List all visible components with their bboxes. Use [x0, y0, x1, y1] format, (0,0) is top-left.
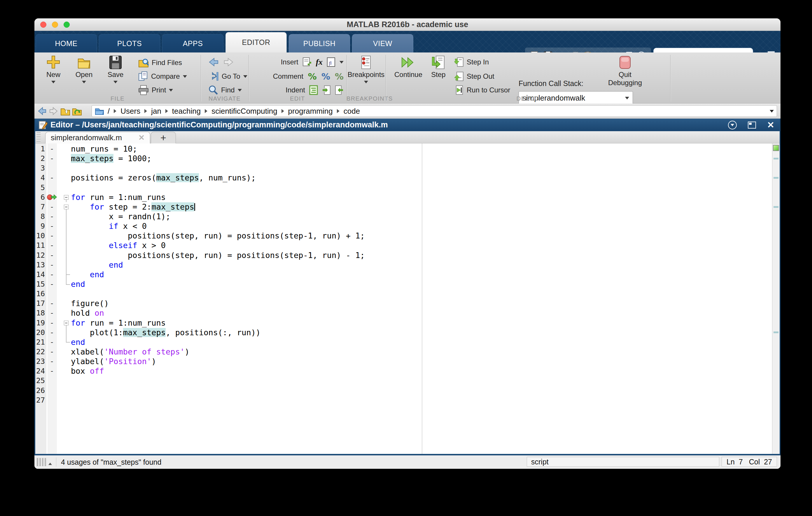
highlight-usage-mark[interactable]	[774, 158, 779, 159]
code-text[interactable]: elseif x > 0	[71, 241, 166, 250]
navigate-back-button[interactable]	[208, 57, 219, 67]
executable-line-dash[interactable]: -	[47, 357, 57, 366]
indent-right-icon[interactable]	[322, 85, 331, 95]
code-editor[interactable]: 1-num_runs = 10;2-max_steps = 1000;34-po…	[35, 144, 780, 454]
quit-debugging-button[interactable]: Quit Debugging	[603, 55, 647, 87]
code-text[interactable]: ylabel('Position')	[71, 357, 156, 366]
code-text[interactable]: max_steps = 1000;	[71, 154, 151, 163]
code-line[interactable]: 5	[35, 183, 772, 192]
navigate-forward-button[interactable]	[224, 57, 234, 67]
folder-back-button[interactable]	[36, 105, 48, 117]
save-button[interactable]: Save	[101, 55, 130, 83]
step-button[interactable]: Step	[425, 55, 452, 79]
breakpoints-button[interactable]: Breakpoints	[347, 55, 385, 83]
code-line[interactable]: 10- positions(step, run) = positions(ste…	[35, 231, 772, 241]
code-line[interactable]: 8- x = randn(1);	[35, 212, 772, 221]
code-text[interactable]: for step = 2:max_steps	[71, 202, 195, 212]
find-button[interactable]: Find	[208, 84, 242, 96]
executable-line-dash[interactable]: -	[47, 221, 57, 231]
executable-line-dash[interactable]: -	[47, 154, 57, 163]
executable-line-dash[interactable]: -	[47, 144, 57, 154]
breadcrumb-item[interactable]: code	[344, 107, 360, 116]
uncomment-icon[interactable]: %	[335, 71, 344, 82]
breakpoint-marker[interactable]	[47, 194, 57, 200]
code-line[interactable]: 17-figure()	[35, 299, 772, 308]
code-fold-icon[interactable]	[64, 205, 68, 209]
code-line[interactable]: 20- plot(1:max_steps, positions(:, run))	[35, 328, 772, 337]
code-line[interactable]: 18-hold on	[35, 308, 772, 318]
code-line[interactable]: 22-xlabel('Number of steps')	[35, 347, 772, 357]
code-text[interactable]: hold on	[71, 308, 104, 318]
close-panel-icon[interactable]: ✕	[767, 121, 774, 129]
executable-line-dash[interactable]: -	[47, 366, 57, 376]
executable-line-dash[interactable]: -	[47, 318, 57, 328]
code-line[interactable]: 27	[35, 395, 772, 405]
code-text[interactable]: positions(step, run) = positions(step-1,…	[71, 231, 365, 241]
step-out-button[interactable]: Step Out	[455, 70, 494, 83]
code-line[interactable]: 6for run = 1:num_runs	[35, 192, 772, 202]
ribbon-tab-editor[interactable]: EDITOR	[226, 32, 287, 53]
code-text[interactable]: num_runs = 10;	[71, 144, 137, 154]
code-line[interactable]: 2-max_steps = 1000;	[35, 154, 772, 163]
ribbon-tab-view[interactable]: VIEW	[352, 34, 413, 53]
print-button[interactable]: Print	[138, 84, 173, 96]
ribbon-tab-apps[interactable]: APPS	[162, 34, 224, 53]
new-tab-button[interactable]: +	[151, 132, 176, 144]
step-in-button[interactable]: Step In	[455, 56, 489, 68]
code-line[interactable]: 15-end	[35, 279, 772, 289]
code-line[interactable]: 7- for step = 2:max_steps	[35, 202, 772, 212]
breadcrumb-item[interactable]: /	[108, 107, 110, 116]
executable-line-dash[interactable]: -	[47, 173, 57, 182]
compare-button[interactable]: Compare	[138, 70, 187, 83]
insert-dropdown[interactable]	[340, 61, 344, 64]
executable-line-dash[interactable]: -	[47, 260, 57, 270]
insert-fx-icon[interactable]: fx	[316, 57, 323, 67]
code-fold-icon[interactable]	[64, 321, 68, 325]
code-line[interactable]: 24-box off	[35, 366, 772, 376]
code-text[interactable]: end	[71, 279, 85, 289]
code-text[interactable]: plot(1:max_steps, positions(:, run))	[71, 328, 260, 337]
code-text[interactable]: x = randn(1);	[71, 212, 170, 221]
code-line[interactable]: 25	[35, 376, 772, 385]
executable-line-dash[interactable]: -	[47, 337, 57, 347]
close-tab-icon[interactable]: ✕	[138, 133, 145, 142]
breadcrumb-item[interactable]: programming	[288, 107, 333, 116]
fold-column[interactable]	[57, 192, 71, 202]
highlight-usage-mark[interactable]	[774, 177, 779, 179]
code-line[interactable]: 13- end	[35, 260, 772, 270]
code-line[interactable]: 12- positions(step, run) = positions(ste…	[35, 250, 772, 260]
executable-line-dash[interactable]: -	[47, 241, 57, 250]
indicator-strip[interactable]	[772, 144, 780, 454]
continue-button[interactable]: Continue	[391, 55, 426, 79]
browse-folder-button[interactable]	[71, 105, 83, 117]
code-line[interactable]: 11- elseif x > 0	[35, 241, 772, 250]
new-button[interactable]: New	[37, 55, 69, 83]
code-text[interactable]: end	[71, 270, 104, 279]
code-text[interactable]: for run = 1:num_runs	[71, 318, 166, 328]
open-button[interactable]: Open	[69, 55, 98, 83]
code-text[interactable]: for run = 1:num_runs	[71, 192, 166, 202]
run-to-cursor-button[interactable]: Run to Cursor	[455, 84, 510, 96]
folder-forward-button[interactable]	[48, 105, 59, 117]
code-text[interactable]: positions = zeros(max_steps, num_runs);	[71, 173, 256, 182]
code-line[interactable]: 26	[35, 386, 772, 395]
insert-function-block-icon[interactable]: fi	[327, 57, 336, 67]
close-window-button[interactable]	[40, 22, 47, 28]
code-line[interactable]: 1-num_runs = 10;	[35, 144, 772, 154]
code-line[interactable]: 23-ylabel('Position')	[35, 357, 772, 366]
highlight-usage-mark[interactable]	[774, 206, 779, 208]
find-files-button[interactable]: Find Files	[138, 57, 182, 69]
fold-column[interactable]	[57, 318, 71, 328]
code-text[interactable]: if x < 0	[71, 221, 147, 231]
breadcrumb-item[interactable]: Users	[120, 107, 140, 116]
highlight-usage-mark[interactable]	[774, 331, 779, 333]
grip-arrow-icon[interactable]	[49, 463, 52, 465]
executable-line-dash[interactable]: -	[47, 308, 57, 318]
executable-line-dash[interactable]: -	[47, 212, 57, 221]
smart-indent-icon[interactable]	[309, 85, 318, 95]
comment-wrap-icon[interactable]: %	[321, 71, 330, 82]
code-line[interactable]: 19-for run = 1:num_runs	[35, 318, 772, 328]
code-line[interactable]: 4-positions = zeros(max_steps, num_runs)…	[35, 173, 772, 182]
code-text[interactable]: figure()	[71, 299, 109, 308]
editor-actions-menu-icon[interactable]	[728, 121, 737, 129]
